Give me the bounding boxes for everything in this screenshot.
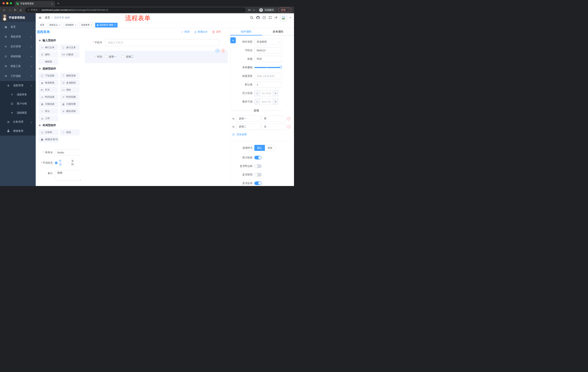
tag-process-form[interactable]: 流程表单 × bbox=[79, 23, 94, 28]
component-upload[interactable]: ☁ 上传 bbox=[39, 115, 58, 121]
sidebar-item-infra[interactable]: ⊡ 基础设施 bbox=[0, 52, 36, 61]
form-remark-textarea[interactable]: 嘿嘿 bbox=[55, 170, 81, 180]
view-json-button[interactable]: ◎ 查看json bbox=[194, 30, 207, 33]
home-icon[interactable]: ⌂ bbox=[18, 8, 23, 12]
drag-handle-icon[interactable]: ≡ bbox=[232, 125, 235, 128]
sidebar-item-system[interactable]: ⚙ 系统管理 bbox=[0, 32, 36, 42]
tag-home[interactable]: 首页 bbox=[38, 23, 46, 28]
breadcrumb-home[interactable]: 首页 bbox=[45, 16, 50, 19]
component-table-wip[interactable]: ▦ 表格[开发中] bbox=[39, 136, 58, 142]
browser-tab[interactable]: 芋道管理系统 × bbox=[15, 1, 55, 7]
help-icon[interactable]: ? bbox=[262, 16, 266, 19]
component-time-range[interactable]: ↺ 时间范围 bbox=[60, 94, 80, 100]
zoom-window-button[interactable] bbox=[10, 2, 12, 4]
status-on-radio[interactable]: 开启 bbox=[55, 159, 63, 166]
disabled-toggle[interactable] bbox=[254, 173, 262, 177]
option-2-label-input[interactable] bbox=[237, 124, 260, 130]
tag-process-model[interactable]: 流程模型 × bbox=[63, 23, 78, 28]
decrease-button[interactable]: − bbox=[254, 90, 260, 96]
increase-button[interactable]: + bbox=[273, 99, 278, 105]
component-cascader[interactable]: ⊢ 级联选择 bbox=[60, 73, 80, 79]
copy-component-button[interactable] bbox=[215, 49, 219, 53]
sidebar-item-workflow[interactable]: ⚒ 工作流程 bbox=[0, 71, 36, 81]
add-option-button[interactable]: 添加选项 bbox=[232, 133, 282, 136]
component-time-picker[interactable]: ◷ 时间选择 bbox=[39, 94, 58, 100]
sidebar-item-devtools[interactable]: ⚒ 研发工具 bbox=[0, 61, 36, 71]
slider-track[interactable] bbox=[254, 67, 280, 68]
component-button[interactable]: ☞ 按钮 bbox=[60, 129, 80, 135]
increase-button[interactable]: + bbox=[273, 90, 278, 96]
tag-close-icon[interactable]: × bbox=[59, 24, 60, 26]
style-button-button[interactable]: 按钮 bbox=[265, 145, 275, 151]
new-tab-button[interactable]: + bbox=[57, 1, 59, 6]
font-size-icon[interactable]: TT bbox=[274, 16, 277, 19]
caret-down-icon[interactable]: ▾ bbox=[290, 16, 291, 19]
option-1-value-input[interactable] bbox=[262, 116, 286, 122]
minimize-window-button[interactable] bbox=[6, 2, 8, 4]
avatar[interactable] bbox=[280, 14, 287, 21]
status-off-radio[interactable]: 关闭 bbox=[67, 159, 76, 166]
title-input[interactable] bbox=[254, 56, 282, 62]
component-slider[interactable]: 滑块 bbox=[60, 87, 80, 93]
sidebar-item-process-form[interactable]: ✎ 流程表单 bbox=[0, 90, 36, 99]
forward-icon[interactable]: → bbox=[7, 8, 12, 12]
close-window-button[interactable] bbox=[2, 2, 5, 4]
component-rate[interactable]: ☆ 评分 bbox=[39, 108, 58, 114]
back-icon[interactable]: ← bbox=[2, 8, 7, 12]
drag-handle-icon[interactable]: ≡ bbox=[232, 117, 235, 120]
tag-process-form-edit-active[interactable]: 流程表单-编辑 × bbox=[95, 23, 118, 28]
component-date-picker[interactable]: ▦ 日期选择 bbox=[39, 101, 58, 107]
component-single-line-text[interactable]: ▭ 单行文本 bbox=[39, 44, 58, 51]
remove-option-button[interactable] bbox=[287, 117, 290, 120]
bookmark-star-icon[interactable]: ☆ bbox=[253, 8, 255, 12]
delete-component-button[interactable] bbox=[221, 49, 225, 53]
max-select-input[interactable] bbox=[260, 99, 273, 105]
component-select[interactable]: ⌄ 下拉选择 bbox=[39, 73, 58, 79]
fullscreen-icon[interactable] bbox=[269, 16, 272, 19]
tab-form-props[interactable]: 表单属性 bbox=[262, 28, 294, 35]
decrease-button[interactable]: − bbox=[254, 99, 260, 105]
form-name-input[interactable] bbox=[55, 149, 81, 156]
sidebar-item-user-group[interactable]: ☺ 用户分组 bbox=[0, 99, 36, 108]
label-width-input[interactable] bbox=[254, 73, 282, 79]
password-key-icon[interactable] bbox=[248, 8, 251, 11]
tag-close-icon[interactable]: × bbox=[91, 24, 92, 26]
sidebar-item-process-model[interactable]: ✈ 流程模型 bbox=[0, 108, 36, 117]
sidebar-item-home[interactable]: ▦ 首页 bbox=[0, 22, 36, 32]
clear-button[interactable]: 清空 bbox=[212, 30, 221, 33]
sidebar-item-leave-query[interactable]: 请假查询 bbox=[0, 127, 36, 136]
sidebar-item-task-mgmt[interactable]: ⊞ 任务管理 bbox=[0, 117, 36, 127]
palette-scrollbar[interactable] bbox=[36, 35, 36, 186]
checkbox-option-2[interactable]: 选项二 bbox=[122, 55, 134, 58]
component-row-container[interactable]: ◫ 行容器 bbox=[39, 129, 58, 135]
selected-component-gender[interactable]: 性别 选项一 选项二 bbox=[85, 51, 228, 63]
search-icon[interactable] bbox=[250, 16, 253, 19]
resize-grip-icon[interactable] bbox=[80, 179, 81, 180]
remove-option-button[interactable] bbox=[287, 125, 290, 128]
save-button[interactable]: ✓ 保存 bbox=[181, 30, 189, 33]
checkbox-box-icon[interactable] bbox=[122, 55, 124, 58]
component-date-range[interactable]: ▦ 日期范围 bbox=[60, 101, 80, 107]
component-counter[interactable]: 123 计数器 bbox=[60, 52, 80, 58]
component-radio-group[interactable]: ◉ 单选框组 bbox=[39, 80, 58, 86]
tag-process-definition[interactable]: 流程定义 × bbox=[47, 23, 62, 28]
phone-input[interactable] bbox=[105, 39, 219, 46]
style-default-button[interactable]: 默认 bbox=[254, 145, 265, 151]
gender-field-row[interactable]: 性别 选项一 选项二 bbox=[85, 55, 228, 58]
component-type-select[interactable]: 多选框组 bbox=[254, 39, 282, 45]
phone-field-row[interactable]: 手机号 bbox=[85, 39, 228, 46]
min-select-input[interactable] bbox=[260, 90, 273, 96]
tab-component-props[interactable]: 组件属性 bbox=[230, 28, 262, 35]
sidebar-item-payment[interactable]: ¥ 支付管理 bbox=[0, 42, 36, 52]
form-grid-slider[interactable] bbox=[254, 64, 282, 71]
tag-close-icon[interactable]: × bbox=[115, 24, 116, 26]
tab-close-icon[interactable]: × bbox=[51, 2, 53, 5]
component-editor[interactable]: 编辑器 bbox=[39, 59, 58, 65]
address-bar[interactable]: ⚠ 不安全 dashboard.yudao.iocoder.cn /bpm/ma… bbox=[25, 8, 246, 12]
browser-menu-icon[interactable]: ⋮ bbox=[287, 9, 289, 11]
option-1-label-input[interactable] bbox=[237, 116, 260, 122]
checkbox-option-1[interactable]: 选项一 bbox=[105, 55, 116, 58]
reload-icon[interactable]: ↻ bbox=[13, 8, 18, 12]
component-multi-line-text[interactable]: ▯ 多行文本 bbox=[60, 44, 80, 51]
required-toggle[interactable] bbox=[254, 181, 262, 185]
